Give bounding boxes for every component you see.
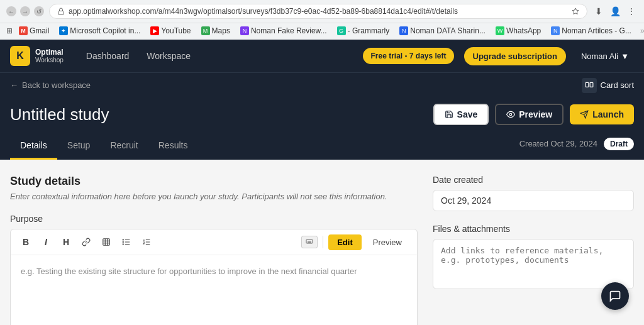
svg-point-17 [123,244,123,245]
bookmark-noman-fake-label: Noman Fake Review... [251,26,327,35]
svg-point-4 [510,113,513,116]
unordered-list-button[interactable] [118,233,135,251]
logo-text: Optimal Workshop [35,48,64,63]
tab-setup[interactable]: Setup [57,133,101,160]
user-name: Noman Ali [581,52,618,61]
logo-line2: Workshop [35,57,64,63]
tabs-row: Details Setup Recruit Results Created Oc… [10,133,634,160]
list-ol-icon [142,238,151,246]
bookmark-maps[interactable]: M Maps [197,25,234,36]
preview-label: Preview [519,109,552,119]
save-button[interactable]: Save [433,104,489,125]
bookmark-noman-data[interactable]: N Noman DATA Sharin... [396,25,489,36]
back-to-workspace-link[interactable]: ← Back to workspace [10,80,91,90]
files-textarea[interactable] [433,239,634,289]
bookmark-whatsapp[interactable]: W WhatsApp [492,25,545,36]
svg-rect-0 [58,11,64,15]
date-created-input[interactable] [433,190,634,211]
sub-navbar: ← Back to workspace Card sort [0,72,644,97]
save-label: Save [457,109,478,119]
url-text: app.optimalworkshop.com/a/m44n3wgv/optim… [69,7,568,16]
bookmark-copilot[interactable]: ✦ Microsoft Copilot in... [55,25,144,36]
link-icon [82,238,91,246]
browser-controls: ← → ↺ [6,6,44,16]
list-ul-icon [122,238,131,246]
reload-button[interactable]: ↺ [34,6,44,16]
bookmark-noman-data-label: Noman DATA Sharin... [410,26,486,35]
editor-body[interactable]: e.g. Testing the existing site structure… [11,255,417,325]
editor-preview-button[interactable]: Preview [364,234,411,250]
launch-button[interactable]: Launch [570,104,634,124]
logo-line1: Optimal [35,48,64,57]
svg-rect-21 [306,240,313,243]
nav-workspace[interactable]: Workspace [139,47,198,65]
svg-point-15 [123,240,123,240]
apps-icon[interactable]: ⊞ [6,25,13,37]
svg-marker-1 [572,8,579,14]
trial-badge: Free trial - 7 days left [363,48,453,64]
extensions-button[interactable]: ⬇ [592,5,605,18]
bookmark-gmail-label: Gmail [30,26,49,35]
bookmark-noman-fake[interactable]: N Noman Fake Review... [236,25,331,36]
address-bar[interactable]: app.optimalworkshop.com/a/m44n3wgv/optim… [49,4,587,19]
created-meta: Created Oct 29, 2024 [519,139,597,148]
purpose-label: Purpose [10,214,418,224]
logo-area: K Optimal Workshop [10,46,64,66]
app-navbar: K Optimal Workshop Dashboard Workspace F… [0,40,644,72]
study-actions: Save Preview Launch [433,104,634,125]
nav-links: Dashboard Workspace [79,47,198,65]
preview-button[interactable]: Preview [495,104,564,125]
bookmark-grammarly-label: - Grammarly [348,26,390,35]
upgrade-button[interactable]: Upgrade subscription [464,47,566,65]
launch-label: Launch [592,109,624,119]
svg-rect-3 [590,82,593,87]
tab-results[interactable]: Results [148,133,198,160]
bookmark-grammarly[interactable]: G - Grammarly [333,25,394,36]
keyboard-icon [306,238,313,245]
link-button[interactable] [77,233,95,251]
more-bookmarks-icon[interactable]: » [640,26,644,35]
italic-icon: I [45,237,47,247]
lock-icon [57,8,65,15]
save-icon [445,110,453,119]
bold-icon: B [23,237,29,247]
bookmark-whatsapp-label: WhatsApp [506,26,541,35]
tab-recruit[interactable]: Recruit [100,133,148,160]
user-menu[interactable]: Noman Ali ▼ [576,49,634,63]
svg-point-16 [123,241,123,242]
study-title: Untitled study [10,105,109,124]
back-button[interactable]: ← [6,6,16,16]
files-label: Files & attachments [433,224,634,234]
keyboard-shortcut-badge [301,236,318,248]
bookmark-youtube-label: YouTube [161,26,191,35]
tab-meta: Created Oct 29, 2024 Draft [519,138,634,155]
svg-rect-2 [586,82,589,87]
profile-button[interactable]: 👤 [609,5,621,18]
star-icon [572,8,579,15]
italic-button[interactable]: I [37,233,55,251]
tab-details[interactable]: Details [10,133,57,160]
menu-button[interactable]: ⋮ [625,5,638,18]
editor-edit-button[interactable]: Edit [328,234,362,250]
table-button[interactable] [97,233,115,251]
heading-button[interactable]: H [57,233,75,251]
cards-icon [585,81,594,90]
bookmark-gmail[interactable]: M Gmail [15,25,53,36]
ordered-list-button[interactable] [138,233,155,251]
launch-icon [580,110,589,119]
attachments-section: Files & attachments [433,224,634,291]
chat-button[interactable] [601,282,629,310]
study-title-row: Untitled study Save Preview Launch [10,104,634,133]
forward-button[interactable]: → [20,6,30,16]
back-arrow-icon: ← [10,80,18,90]
bookmark-youtube[interactable]: ▶ YouTube [147,25,194,36]
study-header: Untitled study Save Preview Launch Detai… [0,97,644,160]
bold-button[interactable]: B [17,233,35,251]
bookmark-noman-articles[interactable]: N Noman Artilces - G... [547,25,635,36]
user-chevron-icon: ▼ [621,52,629,61]
nav-dashboard[interactable]: Dashboard [79,47,137,65]
toolbar-divider [323,236,323,248]
editor-placeholder-text: e.g. Testing the existing site structure… [21,267,357,276]
draft-badge: Draft [604,138,634,150]
chat-icon [609,290,621,302]
